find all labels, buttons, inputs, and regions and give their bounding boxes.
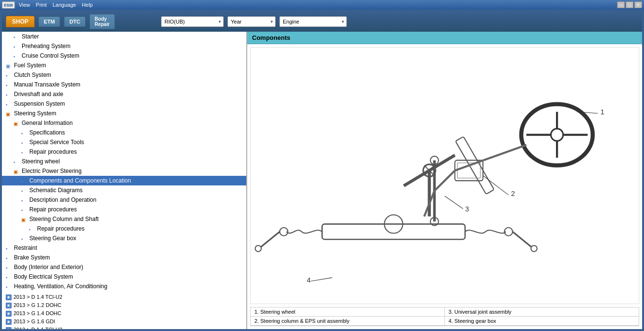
tree-label-manual: Manual Transaxle System bbox=[14, 81, 80, 88]
svg-point-1 bbox=[551, 129, 563, 141]
doc-icon bbox=[21, 187, 28, 194]
tree-item-driveshaft[interactable]: Driveshaft and axle bbox=[2, 89, 246, 99]
version-2013-d14[interactable]: ■ 2013 > D 1.4 TCI-U2 bbox=[2, 293, 246, 301]
tree-label-gen-info: General Information bbox=[22, 119, 73, 127]
svg-text:1: 1 bbox=[600, 108, 604, 116]
doc-icon bbox=[6, 91, 13, 98]
tree-item-schematic[interactable]: Schematic Diagrams bbox=[2, 185, 246, 195]
tree-item-suspension[interactable]: Suspension System bbox=[2, 99, 246, 109]
tree-item-steer-col[interactable]: Steering Column and Shaft bbox=[2, 214, 246, 224]
engine-dropdown[interactable]: Engine bbox=[279, 16, 347, 27]
tree-item-starter[interactable]: Starter bbox=[2, 32, 246, 41]
caption-table: 1. Steering wheel 3. Universal joint ass… bbox=[250, 307, 639, 326]
maximize-button[interactable]: □ bbox=[626, 1, 633, 8]
steering-diagram: 1 2 bbox=[251, 48, 639, 304]
tree-item-body-elec[interactable]: Body Electrical System bbox=[2, 272, 246, 282]
menu-help[interactable]: Help bbox=[82, 2, 93, 8]
tree-item-cruise[interactable]: Cruise Control System bbox=[2, 51, 246, 61]
doc-icon bbox=[21, 129, 28, 136]
doc-icon bbox=[21, 206, 28, 213]
doc-icon bbox=[29, 225, 36, 232]
tab-shop[interactable]: SHOP bbox=[6, 16, 35, 27]
version-2013-g12[interactable]: ■ 2013 > G 1.2 DOHC bbox=[2, 301, 246, 309]
version-icon: ■ bbox=[6, 303, 12, 308]
tree-label-suspension: Suspension System bbox=[14, 100, 65, 108]
caption-1: 1. Steering wheel bbox=[251, 307, 445, 317]
tree-item-fuel[interactable]: Fuel System bbox=[2, 61, 246, 70]
tree-item-desc-op[interactable]: Description and Operation bbox=[2, 195, 246, 205]
svg-rect-20 bbox=[322, 224, 465, 239]
tree-item-repair2[interactable]: Repair procedures bbox=[2, 205, 246, 214]
tree-label-starter: Starter bbox=[22, 33, 39, 40]
version-label-2013-g16: 2013 > G 1.6 GDI bbox=[13, 318, 55, 325]
year-dropdown-wrapper: Year bbox=[227, 16, 276, 27]
tree-label-preheating: Preheating System bbox=[22, 42, 70, 50]
tree-item-steering[interactable]: Steering System bbox=[2, 109, 246, 118]
tree-label-body-elec: Body Electrical System bbox=[14, 273, 73, 281]
tree-item-steer-wheel[interactable]: Steering wheel bbox=[2, 157, 246, 166]
doc-icon bbox=[21, 196, 28, 203]
tree-item-repair3[interactable]: Repair procedures bbox=[2, 224, 246, 233]
menu-print[interactable]: Print bbox=[36, 2, 47, 8]
tree-item-repair1[interactable]: Repair procedures bbox=[2, 147, 246, 157]
tree-item-hvac[interactable]: Heating, Ventilation, Air Conditioning bbox=[2, 282, 246, 291]
tree-item-gen-info[interactable]: General Information bbox=[2, 118, 246, 128]
tree-label-clutch: Clutch System bbox=[14, 71, 51, 79]
tree-item-clutch[interactable]: Clutch System bbox=[2, 70, 246, 80]
tree-label-repair2: Repair procedures bbox=[29, 206, 77, 213]
svg-line-12 bbox=[483, 176, 508, 195]
model-dropdown[interactable]: RIO(UB) bbox=[161, 16, 224, 27]
tree-item-steer-gear[interactable]: Steering Gear box bbox=[2, 233, 246, 243]
tree-item-body-ie[interactable]: Body (Interior and Exterior) bbox=[2, 262, 246, 272]
tab-body-repair[interactable]: BodyRepair bbox=[89, 14, 115, 29]
tree-label-steer-wheel: Steering wheel bbox=[22, 158, 60, 165]
tree-label-fuel: Fuel System bbox=[14, 61, 46, 69]
tree-label-body-ie: Body (Interior and Exterior) bbox=[14, 263, 83, 271]
version-icon: ■ bbox=[6, 311, 12, 317]
version-2012-d11[interactable]: ■ 2012 > D 1.1 TCI-U2 bbox=[2, 326, 246, 329]
content-area: Starter Preheating System Cruise Control… bbox=[2, 32, 642, 329]
tree-item-components-loc[interactable]: Components and Components Location bbox=[2, 176, 246, 185]
tree-item-manual[interactable]: Manual Transaxle System bbox=[2, 80, 246, 89]
close-button[interactable]: ✕ bbox=[634, 1, 642, 8]
tree-label-repair3: Repair procedures bbox=[37, 225, 85, 233]
svg-text:4: 4 bbox=[307, 276, 311, 284]
tree-item-eps[interactable]: Electric Power Steering bbox=[2, 166, 246, 176]
version-icon: ■ bbox=[6, 294, 12, 300]
version-label-2013-g14: 2013 > G 1.4 DOHC bbox=[13, 310, 61, 317]
tree-label-cruise: Cruise Control System bbox=[22, 52, 79, 60]
tree-label-restraint: Restraint bbox=[14, 244, 37, 252]
tree-label-repair1: Repair procedures bbox=[29, 148, 77, 156]
tree-item-preheating[interactable]: Preheating System bbox=[2, 41, 246, 51]
tree-item-sst[interactable]: Special Service Tools bbox=[2, 137, 246, 147]
tab-etm[interactable]: ETM bbox=[38, 16, 60, 27]
version-icon: ■ bbox=[6, 319, 12, 325]
tab-dtc[interactable]: DTC bbox=[64, 16, 86, 27]
menu-language[interactable]: Language bbox=[52, 2, 76, 8]
tree-label-sst: Special Service Tools bbox=[29, 138, 84, 146]
svg-point-25 bbox=[255, 245, 262, 252]
folder-icon bbox=[6, 62, 13, 69]
doc-icon bbox=[21, 148, 28, 155]
tree-item-spec[interactable]: Specifications bbox=[2, 128, 246, 137]
year-dropdown[interactable]: Year bbox=[227, 16, 276, 27]
doc-icon bbox=[6, 72, 13, 78]
doc-icon bbox=[6, 245, 13, 251]
svg-line-34 bbox=[434, 171, 455, 191]
doc-icon bbox=[6, 100, 13, 107]
svg-point-27 bbox=[531, 245, 537, 252]
menu-view[interactable]: View bbox=[19, 2, 30, 8]
caption-2: 2. Steering column & EPS unit assembly bbox=[251, 317, 445, 326]
version-2013-g14[interactable]: ■ 2013 > G 1.4 DOHC bbox=[2, 309, 246, 318]
minimize-button[interactable]: ─ bbox=[617, 1, 625, 8]
doc-icon bbox=[21, 139, 28, 146]
caption-4: 4. Steering gear box bbox=[445, 317, 639, 326]
version-2013-g16[interactable]: ■ 2013 > G 1.6 GDI bbox=[2, 318, 246, 326]
folder-open-icon bbox=[6, 110, 13, 117]
tree-label-spec: Specifications bbox=[29, 129, 65, 136]
tree-item-restraint[interactable]: Restraint bbox=[2, 243, 246, 253]
model-dropdown-wrapper: RIO(UB) bbox=[161, 16, 224, 27]
folder-open-icon bbox=[21, 216, 28, 222]
svg-text:2: 2 bbox=[511, 190, 515, 197]
tree-item-brake[interactable]: Brake System bbox=[2, 253, 246, 262]
